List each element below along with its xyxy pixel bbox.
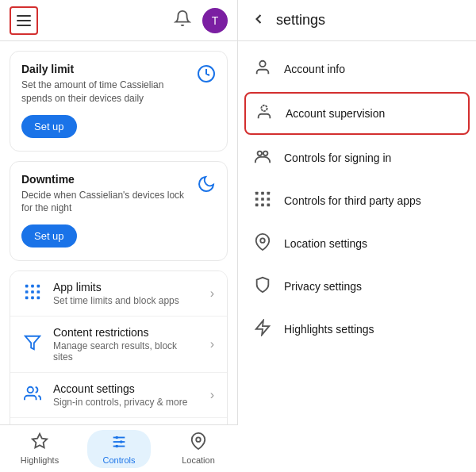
menu-item-controls-third-party[interactable]: Controls for third party apps <box>238 179 476 222</box>
app-limits-title: App limits <box>53 281 199 294</box>
daily-limit-setup-button[interactable]: Set up <box>21 115 77 138</box>
app-limits-icon <box>23 283 42 305</box>
privacy-settings-label: Privacy settings <box>284 280 362 293</box>
nav-location-label: Location <box>182 455 215 465</box>
left-content: Daily limit Set the amount of time Cassi… <box>0 41 237 472</box>
header-right: T <box>174 8 228 33</box>
svg-rect-4 <box>25 290 29 294</box>
app-limits-subtitle: Set time limits and block apps <box>53 295 199 306</box>
controls-third-party-label: Controls for third party apps <box>284 194 421 207</box>
highlights-icon <box>31 432 48 453</box>
svg-rect-32 <box>267 198 271 201</box>
daily-limit-desc: Set the amount of time Cassielian spends… <box>21 79 190 106</box>
location-settings-icon <box>254 233 271 254</box>
svg-point-21 <box>115 444 118 447</box>
svg-rect-28 <box>261 192 264 195</box>
list-item-account-settings[interactable]: Account settings Sign-in controls, priva… <box>10 373 227 418</box>
account-supervision-label: Account supervision <box>286 107 385 120</box>
svg-point-11 <box>28 386 33 392</box>
account-settings-chevron-icon: › <box>210 388 214 402</box>
menu-item-location-settings[interactable]: Location settings <box>238 222 476 265</box>
svg-rect-5 <box>31 290 34 294</box>
svg-point-23 <box>259 61 265 67</box>
bottom-nav: Highlights Controls <box>0 424 238 472</box>
content-restrictions-subtitle: Manage search results, block sites <box>53 340 199 363</box>
app-limits-content: App limits Set time limits and block app… <box>53 281 199 306</box>
daily-limit-title: Daily limit <box>21 63 190 75</box>
nav-item-highlights[interactable]: Highlights <box>0 428 79 470</box>
right-panel: settings Account info Account supervisio… <box>238 0 476 472</box>
account-settings-subtitle: Sign-in controls, privacy & more <box>53 397 199 408</box>
downtime-desc: Decide when Cassielian's devices lock fo… <box>21 189 190 216</box>
location-settings-label: Location settings <box>284 237 367 250</box>
left-header: T <box>0 0 237 41</box>
account-settings-title: Account settings <box>53 382 199 395</box>
controls-third-party-icon <box>254 190 271 211</box>
svg-rect-29 <box>267 192 271 195</box>
nav-item-controls[interactable]: Controls <box>79 425 159 473</box>
list-item-app-limits[interactable]: App limits Set time limits and block app… <box>10 271 227 317</box>
downtime-card: Downtime Decide when Cassielian's device… <box>10 161 228 262</box>
menu-item-highlights-settings[interactable]: Highlights settings <box>238 308 476 351</box>
nav-highlights-label: Highlights <box>21 455 59 465</box>
nav-item-location[interactable]: Location <box>159 428 238 470</box>
account-info-icon <box>254 59 271 79</box>
svg-rect-30 <box>255 198 259 201</box>
menu-item-controls-signing[interactable]: Controls for signing in <box>238 136 476 179</box>
privacy-settings-icon <box>254 276 271 297</box>
avatar[interactable]: T <box>202 8 228 33</box>
menu-item-account-supervision[interactable]: Account supervision <box>244 92 470 135</box>
menu-button[interactable] <box>10 6 38 35</box>
account-settings-content: Account settings Sign-in controls, priva… <box>53 382 199 408</box>
svg-rect-1 <box>25 285 29 288</box>
downtime-setup-button[interactable]: Set up <box>21 224 77 248</box>
svg-rect-34 <box>261 204 264 207</box>
left-panel: T Daily limit Set the amount of time Cas… <box>0 0 238 472</box>
controls-active-bg: Controls <box>87 430 152 468</box>
nav-controls-label: Controls <box>103 455 136 465</box>
clock-icon <box>197 64 216 86</box>
svg-marker-37 <box>256 320 270 335</box>
svg-rect-6 <box>37 290 40 294</box>
svg-rect-7 <box>25 296 29 299</box>
controls-signing-label: Controls for signing in <box>284 152 391 164</box>
account-settings-icon <box>23 385 42 406</box>
svg-rect-33 <box>255 204 259 207</box>
notification-bell-icon[interactable] <box>174 10 191 31</box>
account-info-label: Account info <box>284 63 345 75</box>
svg-point-19 <box>115 436 118 439</box>
location-icon <box>190 432 207 453</box>
svg-rect-35 <box>267 204 271 207</box>
svg-point-24 <box>261 106 267 111</box>
svg-rect-9 <box>37 296 40 299</box>
controls-signing-icon <box>254 148 271 168</box>
svg-marker-15 <box>33 434 47 447</box>
svg-point-22 <box>196 437 201 442</box>
content-restrictions-content: Content restrictions Manage search resul… <box>53 326 199 363</box>
svg-rect-3 <box>37 285 40 288</box>
menu-item-account-info[interactable]: Account info <box>238 48 476 90</box>
svg-point-26 <box>263 152 268 156</box>
menu-item-privacy-settings[interactable]: Privacy settings <box>238 265 476 308</box>
content-restrictions-title: Content restrictions <box>53 326 199 339</box>
list-item-content-restrictions[interactable]: Content restrictions Manage search resul… <box>10 317 227 373</box>
svg-rect-31 <box>261 198 264 201</box>
daily-limit-card: Daily limit Set the amount of time Cassi… <box>10 51 228 152</box>
svg-marker-10 <box>25 336 40 349</box>
right-menu: Account info Account supervision Cont <box>238 41 476 472</box>
svg-rect-8 <box>31 296 34 299</box>
svg-rect-2 <box>31 285 34 288</box>
settings-title: settings <box>276 12 325 29</box>
highlights-settings-icon <box>254 319 271 340</box>
back-button[interactable] <box>251 11 267 29</box>
svg-point-25 <box>258 152 263 156</box>
app-limits-chevron-icon: › <box>210 286 214 301</box>
svg-point-36 <box>260 238 265 243</box>
svg-point-20 <box>120 440 123 443</box>
content-restrictions-chevron-icon: › <box>210 337 214 351</box>
right-header: settings <box>238 0 476 41</box>
moon-icon <box>197 175 216 197</box>
content-restrictions-icon <box>23 334 42 355</box>
downtime-title: Downtime <box>21 173 190 186</box>
svg-rect-27 <box>255 192 259 195</box>
